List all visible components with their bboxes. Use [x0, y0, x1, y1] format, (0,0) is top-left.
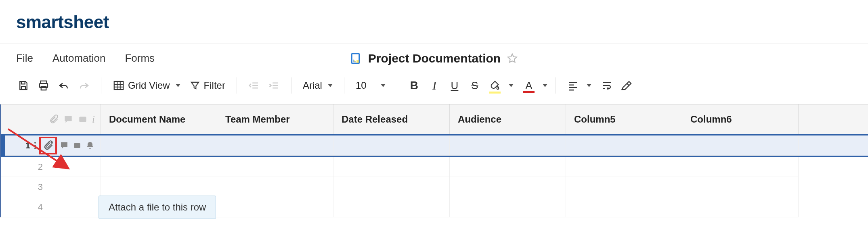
toolbar-separator	[101, 77, 101, 94]
text-color-button[interactable]: A	[520, 77, 538, 94]
column-header[interactable]: Audience	[450, 104, 566, 134]
toolbar-separator	[556, 77, 556, 94]
column-header[interactable]: Document Name	[101, 104, 217, 134]
save-button[interactable]	[15, 77, 32, 94]
row-number-cell[interactable]: 4	[1, 197, 101, 217]
row-number-cell[interactable]: 3	[1, 177, 101, 197]
wrap-button[interactable]	[598, 77, 616, 94]
print-button[interactable]	[35, 77, 52, 94]
chevron-down-icon[interactable]	[587, 84, 591, 87]
data-cell[interactable]	[101, 157, 217, 177]
row-proof-icon[interactable]	[72, 140, 82, 151]
data-cell[interactable]	[333, 157, 450, 177]
data-cell[interactable]	[450, 177, 566, 197]
column-header[interactable]: Column5	[566, 104, 682, 134]
svg-point-8	[34, 145, 36, 146]
undo-button[interactable]	[55, 77, 73, 94]
font-family-value: Arial	[303, 80, 322, 91]
comment-header-icon[interactable]	[63, 114, 73, 125]
attach-tooltip: Attach a file to this row	[99, 196, 216, 219]
data-cell[interactable]	[333, 197, 450, 217]
row-number: 2	[31, 162, 43, 172]
strikethrough-button[interactable]: S	[466, 77, 484, 94]
row-comment-icon[interactable]	[59, 140, 69, 151]
clear-format-button[interactable]	[618, 77, 636, 94]
svg-rect-5	[114, 81, 124, 90]
data-cell[interactable]	[101, 177, 217, 197]
svg-rect-4	[41, 87, 46, 90]
toolbar-separator	[397, 77, 397, 94]
row-attachment-icon[interactable]: +	[40, 138, 56, 154]
row-number: 4	[31, 202, 43, 212]
redo-button[interactable]	[75, 77, 93, 94]
row-reminder-icon[interactable]	[85, 140, 95, 151]
attachment-header-icon[interactable]	[48, 114, 59, 125]
bold-button[interactable]: B	[405, 77, 423, 94]
filter-label: Filter	[204, 80, 225, 91]
row-number: 3	[31, 182, 43, 192]
italic-button[interactable]: I	[426, 77, 443, 94]
data-cell[interactable]	[566, 135, 682, 156]
view-switcher[interactable]: Grid View	[109, 77, 184, 94]
chevron-down-icon[interactable]	[509, 84, 514, 87]
outdent-button[interactable]	[245, 77, 263, 94]
chevron-down-icon	[381, 84, 386, 87]
favorite-star-icon[interactable]	[506, 52, 518, 65]
align-button[interactable]	[564, 77, 582, 94]
data-cell[interactable]	[217, 135, 333, 156]
toolbar-separator	[291, 77, 291, 94]
svg-rect-12	[74, 143, 80, 148]
row-menu-icon[interactable]	[34, 140, 37, 151]
font-family-select[interactable]: Arial	[300, 77, 336, 94]
data-cell[interactable]	[217, 177, 333, 197]
document-title-wrap: Project Documentation	[350, 52, 518, 65]
row-header-tools: i	[1, 104, 101, 134]
brand-logo: smartsheet	[16, 12, 109, 32]
data-cell[interactable]	[566, 177, 682, 197]
svg-point-9	[34, 148, 36, 149]
data-cell[interactable]	[217, 197, 333, 217]
indent-button[interactable]	[265, 77, 283, 94]
underline-button[interactable]: U	[446, 77, 463, 94]
data-cell[interactable]	[566, 157, 682, 177]
column-header[interactable]: Date Released	[333, 104, 450, 134]
brand-bar: smartsheet	[0, 0, 868, 44]
menu-file[interactable]: File	[16, 52, 33, 65]
chevron-down-icon	[328, 84, 333, 87]
data-cell[interactable]	[566, 197, 682, 217]
info-header-icon[interactable]: i	[92, 113, 95, 125]
data-cell[interactable]	[333, 177, 450, 197]
filter-button[interactable]: Filter	[186, 77, 229, 94]
fill-color-button[interactable]	[486, 77, 504, 94]
data-cell[interactable]	[450, 157, 566, 177]
data-cell[interactable]	[450, 197, 566, 217]
toolbar-separator	[344, 77, 344, 94]
data-cell[interactable]	[682, 197, 799, 217]
svg-rect-6	[79, 117, 86, 122]
font-size-select[interactable]: 10	[352, 77, 389, 94]
column-header[interactable]: Column6	[682, 104, 799, 134]
data-cell[interactable]	[217, 157, 333, 177]
svg-point-7	[34, 142, 36, 144]
chevron-down-icon[interactable]	[543, 84, 547, 87]
data-cell[interactable]	[450, 135, 566, 156]
data-cell[interactable]	[333, 135, 450, 156]
data-cell[interactable]	[682, 135, 799, 156]
menu-forms[interactable]: Forms	[125, 52, 155, 65]
row-number-cell[interactable]: 2	[1, 157, 101, 177]
proof-header-icon[interactable]	[78, 114, 88, 125]
column-header-row: i Document Name Team Member Date Release…	[1, 104, 868, 134]
table-row[interactable]: 2	[1, 157, 868, 177]
toolbar: Grid View Filter Arial 10 B I U S	[0, 73, 868, 104]
row-number: 1	[25, 140, 30, 151]
font-size-value: 10	[356, 80, 367, 91]
table-row[interactable]: 3	[1, 177, 868, 197]
table-row[interactable]: 1 +	[1, 135, 868, 156]
data-cell[interactable]	[101, 135, 217, 156]
document-title[interactable]: Project Documentation	[368, 52, 501, 65]
column-header[interactable]: Team Member	[217, 104, 333, 134]
row-number-cell[interactable]: 1 +	[1, 135, 101, 156]
data-cell[interactable]	[682, 157, 799, 177]
menu-automation[interactable]: Automation	[52, 52, 106, 65]
data-cell[interactable]	[682, 177, 799, 197]
